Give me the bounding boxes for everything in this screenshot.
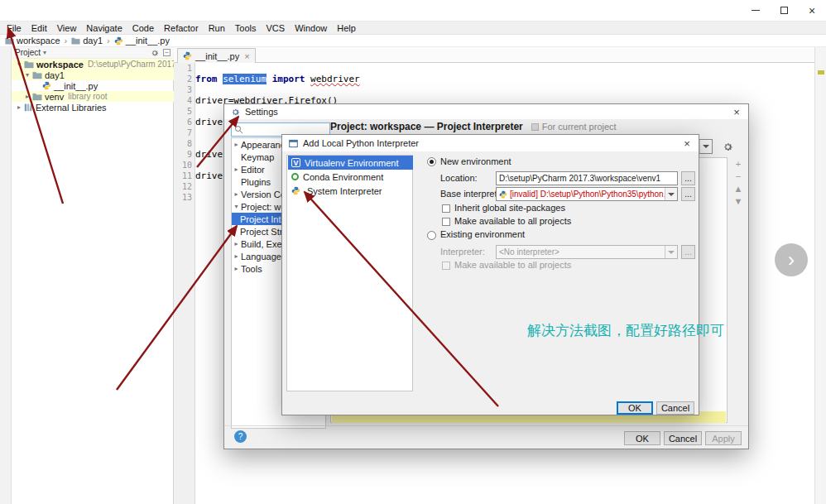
tab-close-icon[interactable]: ×	[244, 51, 249, 61]
menu-item-file[interactable]: File	[2, 23, 26, 33]
add-dialog-ok-button[interactable]: OK	[617, 401, 653, 415]
folder-icon	[32, 92, 42, 101]
existing-interpreter-browse-button[interactable]: ...	[681, 245, 695, 259]
settings-apply-button[interactable]: Apply	[705, 431, 742, 445]
left-tool-stripe[interactable]	[0, 47, 12, 504]
settings-close-button[interactable]: ×	[725, 104, 748, 119]
project-tree-row-workspace[interactable]: ▾ workspace D:\setup\PyCharm 2017.3\work…	[12, 59, 174, 70]
folder-icon	[32, 70, 42, 79]
project-panel-title[interactable]: Project	[15, 48, 41, 57]
invalid-interpreter-path: [invalid] D:\setup\Python\Python35\pytho…	[510, 190, 678, 199]
hide-panel-icon[interactable]: −	[163, 49, 170, 56]
dropdown-arrow-icon[interactable]	[699, 140, 712, 153]
settings-ok-button[interactable]: OK	[624, 431, 660, 445]
base-interpreter-combo[interactable]: [invalid] D:\setup\Python\Python35\pytho…	[496, 187, 678, 201]
menu-item-run[interactable]: Run	[204, 23, 230, 33]
menu-item-tools[interactable]: Tools	[230, 23, 262, 33]
breadcrumb-day1[interactable]: day1	[70, 36, 104, 46]
add-dialog-cancel-button[interactable]: Cancel	[656, 401, 694, 415]
inherit-site-packages-checkbox[interactable]	[442, 204, 450, 213]
add-dialog-close-button[interactable]: ×	[675, 135, 699, 151]
project-panel: Project ▾ − ▾ workspace D:\setup\PyCharm…	[12, 47, 174, 504]
search-icon	[234, 125, 243, 134]
menu-item-edit[interactable]: Edit	[26, 23, 52, 33]
location-browse-button[interactable]: ...	[681, 171, 695, 185]
folder-icon	[71, 36, 80, 45]
dropdown-arrow-icon[interactable]	[665, 188, 677, 200]
expand-toggle-icon[interactable]: ▸	[23, 93, 31, 100]
breadcrumb: workspace › day1 › __init__.py	[0, 35, 826, 47]
tab-init-py[interactable]: __init__.py ×	[177, 48, 256, 63]
expand-toggle-icon[interactable]: ▾	[15, 60, 23, 68]
project-tree-row-init-py[interactable]: __init__.py	[12, 80, 174, 91]
chevron-down-icon[interactable]: ▾	[41, 49, 49, 56]
remove-package-icon[interactable]: −	[736, 171, 741, 182]
make-available-label-disabled: Make available to all projects	[454, 260, 571, 270]
settings-gear-icon[interactable]	[151, 49, 159, 57]
interpreter-gear-button[interactable]	[721, 140, 734, 153]
location-input[interactable]: D:\setup\PyCharm 2017.3\workspace\venv1	[496, 171, 678, 185]
close-window-button[interactable]: ×	[798, 0, 826, 21]
list-item-conda[interactable]: Conda Environment	[288, 170, 413, 184]
menu-item-vcs[interactable]: VCS	[262, 23, 291, 33]
menu-item-code[interactable]: Code	[127, 23, 159, 33]
settings-dialog-titlebar[interactable]: Settings ×	[224, 104, 748, 119]
editor-scrollbar[interactable]	[814, 47, 826, 504]
project-tree-row-venv[interactable]: ▸ venv library root	[12, 91, 174, 102]
add-package-icon[interactable]: +	[736, 159, 741, 170]
settings-icon	[231, 108, 240, 117]
scope-icon	[531, 123, 539, 131]
menu-item-window[interactable]: Window	[290, 23, 332, 33]
next-image-button[interactable]: ›	[775, 243, 808, 276]
add-dialog-title: Add Local Python Interpreter	[303, 138, 419, 148]
add-dialog-titlebar[interactable]: Add Local Python Interpreter ×	[282, 135, 699, 151]
interpreter-label: Interpreter:	[440, 247, 485, 257]
chevron-right-icon: ›	[788, 250, 795, 270]
project-tree-row-day1[interactable]: ▾ day1	[12, 70, 174, 80]
expand-toggle-icon[interactable]: ▸	[15, 103, 23, 111]
expand-toggle-icon[interactable]: ▾	[23, 71, 31, 79]
warning-stripe-mark	[818, 70, 824, 74]
gear-icon	[723, 142, 733, 152]
make-available-checkbox[interactable]	[442, 218, 450, 226]
breadcrumb-init-py[interactable]: __init__.py	[113, 36, 171, 46]
folder-icon	[5, 36, 14, 45]
help-button[interactable]: ?	[234, 430, 247, 443]
minimize-button[interactable]	[742, 0, 770, 21]
existing-environment-radio[interactable]	[427, 231, 436, 240]
project-tree-row-external-libraries[interactable]: ▸ External Libraries	[12, 102, 174, 113]
virtualenv-icon: V	[291, 158, 300, 167]
list-item-system-interpreter[interactable]: System Interpreter	[288, 184, 413, 198]
menu-item-refactor[interactable]: Refactor	[159, 23, 204, 33]
upgrade-package-icon[interactable]: ▲	[734, 184, 743, 194]
menu-item-view[interactable]: View	[52, 23, 82, 33]
pycharm-window: × File Edit View Navigate Code Refactor …	[0, 0, 826, 504]
menu-item-navigate[interactable]: Navigate	[81, 23, 127, 33]
make-available-checkbox-disabled[interactable]	[442, 262, 450, 270]
selected-word: selenium	[223, 74, 267, 84]
annotation-text: 解决方法截图，配置好路径即可	[527, 321, 724, 340]
settings-dialog-title: Settings	[245, 107, 278, 117]
project-panel-header: Project ▾ −	[12, 47, 174, 59]
breadcrumb-separator-icon: ›	[62, 36, 70, 46]
base-interpreter-browse-button[interactable]: ...	[681, 187, 695, 201]
editor-tab-bar: __init__.py ×	[174, 47, 814, 63]
minimize-icon	[752, 10, 760, 11]
maximize-button[interactable]	[770, 0, 798, 21]
breadcrumb-separator-icon: ›	[104, 36, 113, 46]
code-line-2: from selenium import webdriver	[195, 74, 360, 84]
line-numbers: 1 2 3 4 5 6 7 8 9 10 11 12 13	[174, 63, 192, 203]
new-environment-radio[interactable]	[427, 157, 436, 166]
divider	[224, 425, 748, 426]
settings-cancel-button[interactable]: Cancel	[664, 431, 702, 445]
list-item-virtualenv[interactable]: V Virtualenv Environment	[288, 156, 413, 170]
title-bar[interactable]: ×	[0, 0, 826, 22]
existing-interpreter-combo[interactable]: <No interpreter>	[496, 245, 678, 259]
downgrade-package-icon[interactable]: ▼	[734, 196, 743, 207]
interpreter-type-list: V Virtualenv Environment Conda Environme…	[286, 155, 413, 391]
menu-item-help[interactable]: Help	[332, 23, 361, 33]
library-icon	[24, 103, 33, 112]
python-file-icon	[114, 36, 123, 46]
tab-label: __init__.py	[195, 51, 239, 61]
breadcrumb-workspace[interactable]: workspace	[3, 36, 62, 46]
